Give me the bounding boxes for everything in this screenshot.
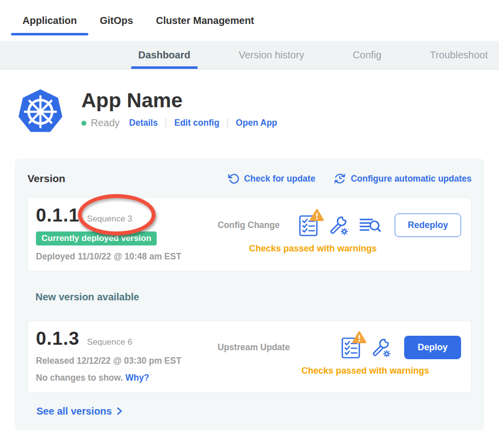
version-line: 0.1.3 Sequence 6 (36, 329, 204, 349)
see-all-versions-link[interactable]: See all versions (36, 406, 472, 417)
current-sequence-label: Sequence 3 (87, 214, 132, 224)
tab-version-history[interactable]: Version history (239, 41, 304, 69)
deployed-timestamp: Deployed 11/10/22 @ 10:48 am EST (36, 251, 204, 262)
tab-label: Version history (239, 49, 304, 61)
version-source-label: Config Change (218, 220, 279, 230)
changes-line: No changes to show. Why? (36, 373, 204, 383)
secondary-nav: Dashboard Version history Config Trouble… (0, 41, 499, 69)
divider (228, 118, 228, 129)
current-version-detail: Config Change (204, 206, 461, 262)
primary-nav-label: Application (22, 15, 77, 26)
tab-troubleshoot[interactable]: Troubleshoot (430, 41, 488, 69)
current-version-info: 0.1.1 Sequence 3 Currently deployed vers… (36, 206, 204, 262)
available-version-row: Upstream Update (218, 336, 461, 359)
available-sequence-label: Sequence 6 (87, 337, 132, 347)
new-version-heading: New version available (35, 291, 472, 303)
primary-nav-item-cluster-management[interactable]: Cluster Management (156, 0, 254, 41)
available-version-detail: Upstream Update (204, 329, 461, 383)
primary-nav-item-gitops[interactable]: GitOps (100, 0, 133, 41)
version-line: 0.1.1 Sequence 3 (36, 206, 204, 225)
current-version-card: 0.1.1 Sequence 3 Currently deployed vers… (27, 198, 472, 271)
tab-label: Config (353, 49, 382, 61)
tab-label: Dashboard (138, 49, 190, 61)
config-wrench-icon[interactable] (370, 337, 391, 358)
edit-config-link[interactable]: Edit config (174, 118, 219, 128)
refresh-icon (228, 173, 240, 185)
auto-update-icon (333, 172, 346, 185)
divider (166, 118, 166, 129)
tab-dashboard[interactable]: Dashboard (138, 41, 190, 69)
primary-nav-label: GitOps (100, 15, 133, 26)
config-wrench-icon[interactable] (328, 215, 349, 236)
app-header: App Name Ready Details Edit config Open … (17, 88, 499, 134)
version-check-icons (299, 215, 382, 236)
view-files-icon[interactable] (359, 217, 382, 234)
tab-config[interactable]: Config (353, 41, 382, 69)
available-version-number: 0.1.3 (36, 329, 79, 349)
see-all-versions-label: See all versions (36, 406, 112, 417)
version-source-label: Upstream Update (218, 342, 290, 353)
configure-automatic-updates-link[interactable]: Configure automatic updates (333, 172, 472, 185)
available-version-card: 0.1.3 Sequence 6 Released 12/12/22 @ 03:… (27, 321, 472, 393)
version-section: Version Check for update (15, 159, 484, 430)
check-for-update-label: Check for update (244, 174, 315, 184)
version-check-icons (341, 337, 391, 359)
preflight-checklist-icon[interactable] (299, 215, 318, 236)
page-title: App Name (81, 89, 277, 112)
available-version-info: 0.1.3 Sequence 6 Released 12/12/22 @ 03:… (36, 329, 204, 383)
status-dot (81, 121, 86, 126)
redeploy-button[interactable]: Redeploy (395, 214, 461, 237)
preflight-checklist-icon[interactable] (341, 337, 360, 359)
preflight-checks-status: Checks passed with warnings (218, 366, 461, 376)
primary-nav-item-application[interactable]: Application (22, 0, 77, 41)
status-badge: Ready (91, 117, 120, 129)
primary-nav-label: Cluster Management (156, 15, 254, 26)
chevron-right-icon (114, 406, 124, 416)
version-actions: Check for update Configure automatic upd… (228, 172, 472, 185)
no-changes-text: No changes to show. (36, 373, 123, 383)
app-header-text: App Name Ready Details Edit config Open … (81, 88, 277, 134)
tab-label: Troubleshoot (430, 49, 488, 61)
configure-automatic-updates-label: Configure automatic updates (351, 174, 472, 184)
warning-triangle-icon (309, 209, 324, 222)
warning-triangle-icon (352, 331, 367, 344)
current-version-row: Config Change (218, 214, 461, 237)
deploy-button[interactable]: Deploy (404, 336, 461, 359)
check-for-update-link[interactable]: Check for update (228, 173, 315, 185)
current-version-number: 0.1.1 (36, 206, 79, 225)
version-section-title: Version (27, 173, 65, 185)
primary-nav: Application GitOps Cluster Management (0, 0, 499, 41)
currently-deployed-badge: Currently deployed version (36, 231, 157, 245)
preflight-checks-status: Checks passed with warnings (218, 243, 461, 254)
status-row: Ready Details Edit config Open App (81, 117, 277, 129)
version-section-header: Version Check for update (27, 172, 472, 185)
kubernetes-logo (17, 88, 63, 134)
open-app-link[interactable]: Open App (236, 118, 277, 128)
released-timestamp: Released 12/12/22 @ 03:30 pm EST (36, 356, 204, 366)
details-link[interactable]: Details (129, 118, 158, 128)
why-link[interactable]: Why? (125, 373, 149, 383)
